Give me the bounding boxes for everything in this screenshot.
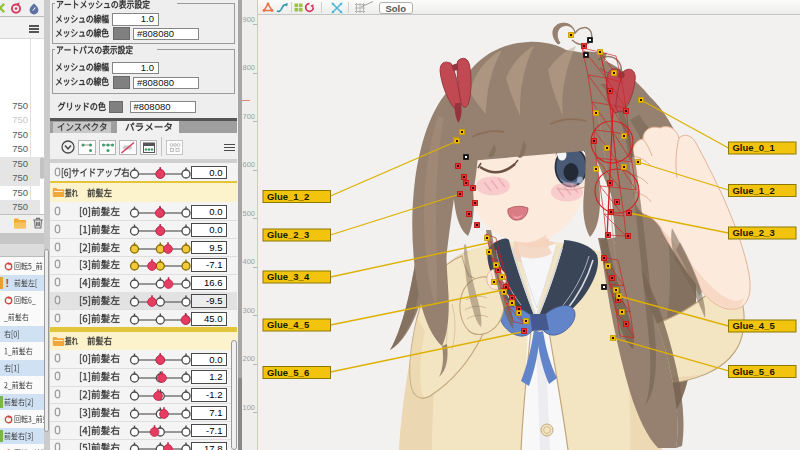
svg-text:Glue_2_3: Glue_2_3: [733, 227, 775, 238]
svg-text:Glue_1_2: Glue_1_2: [267, 191, 309, 202]
svg-text:Glue_0_1: Glue_0_1: [733, 143, 776, 154]
svg-text:Glue_4_5: Glue_4_5: [267, 319, 310, 330]
svg-text:Glue_4_5: Glue_4_5: [733, 320, 776, 331]
svg-text:Glue_1_2: Glue_1_2: [733, 185, 775, 196]
svg-text:Glue_2_3: Glue_2_3: [267, 229, 309, 240]
svg-text:Glue_5_6: Glue_5_6: [267, 367, 309, 378]
svg-text:Glue_3_4: Glue_3_4: [267, 271, 310, 282]
svg-text:Glue_5_6: Glue_5_6: [733, 366, 775, 377]
